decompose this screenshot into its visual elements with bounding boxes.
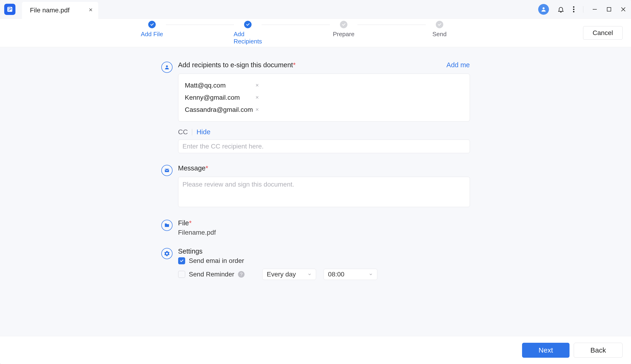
file-title-text: File [178, 219, 189, 227]
check-icon [438, 22, 442, 26]
cc-hide-link[interactable]: Hide [196, 128, 211, 136]
remove-recipient-button[interactable] [255, 106, 259, 113]
svg-rect-5 [607, 8, 611, 11]
recipient-row: Matt@qq.com [185, 80, 463, 92]
cc-row: CC Hide [178, 128, 470, 136]
account-avatar-button[interactable] [538, 4, 549, 15]
more-menu-button[interactable] [573, 6, 575, 13]
recipient-row: Cassandra@gmail.com [185, 104, 463, 116]
recipients-title: Add recipients to e-sign this document* [178, 61, 296, 69]
app-window: File name.pdf [0, 0, 631, 364]
add-me-link[interactable]: Add me [447, 61, 470, 69]
notifications-button[interactable] [557, 6, 564, 13]
settings-section-icon [161, 248, 172, 259]
recipients-section-icon [161, 62, 172, 73]
reminder-time-select[interactable]: 08:00 [324, 269, 377, 280]
close-icon [620, 6, 626, 12]
cc-input[interactable] [178, 140, 470, 153]
message-textarea[interactable] [178, 177, 470, 207]
window-maximize-button[interactable] [606, 6, 612, 12]
step-connector [262, 24, 330, 25]
required-asterisk: * [293, 61, 296, 69]
cancel-button[interactable]: Cancel [583, 26, 622, 40]
app-logo[interactable] [4, 4, 16, 15]
person-icon [541, 6, 547, 12]
stepper-bar: Add File Add Recipients Prepare [0, 19, 631, 47]
message-section: Message* [161, 164, 470, 208]
person-icon [164, 64, 170, 70]
remove-recipient-button[interactable] [255, 94, 259, 101]
folder-icon [164, 222, 170, 228]
check-icon [342, 22, 346, 26]
step-prepare[interactable]: Prepare [330, 21, 358, 38]
chevron-down-icon [307, 270, 312, 278]
svg-point-6 [166, 66, 168, 67]
recipient-email: Matt@qq.com [185, 82, 255, 89]
step-add-file[interactable]: Add File [138, 21, 166, 38]
check-icon [246, 22, 250, 26]
settings-title: Settings [178, 248, 470, 255]
window-close-button[interactable] [620, 6, 626, 12]
maximize-icon [606, 6, 612, 12]
check-icon [150, 22, 154, 26]
step-send-label: Send [433, 30, 447, 38]
chevron-down-icon [369, 270, 373, 278]
envelope-icon [164, 168, 170, 173]
kebab-icon [573, 6, 575, 13]
app-logo-icon [7, 6, 13, 12]
send-reminder-help-icon[interactable]: ? [238, 271, 245, 278]
recipients-title-text: Add recipients to e-sign this document [178, 61, 293, 69]
remove-recipient-button[interactable] [255, 82, 259, 89]
x-icon [255, 108, 259, 112]
file-title: File* [178, 219, 470, 227]
send-in-order-checkbox[interactable] [178, 257, 185, 264]
settings-section: Settings Send emai in order Send Reminde… [161, 248, 470, 280]
message-title-text: Message [178, 164, 206, 172]
bell-icon [557, 6, 564, 13]
svg-point-2 [573, 6, 574, 8]
gear-icon [164, 251, 170, 256]
file-section-icon [161, 220, 172, 231]
document-tab[interactable]: File name.pdf [22, 2, 98, 19]
send-in-order-label: Send emai in order [189, 257, 244, 264]
minimize-icon [592, 6, 598, 12]
step-add-recipients-label: Add Recipients [234, 30, 262, 45]
recipients-section: Add recipients to e-sign this document* … [161, 61, 470, 153]
send-reminder-checkbox[interactable] [178, 271, 185, 278]
step-add-recipients[interactable]: Add Recipients [234, 21, 262, 45]
tab-close-icon[interactable] [88, 7, 93, 14]
recipients-box: Matt@qq.com Kenny@gmail.com [178, 74, 470, 122]
required-asterisk: * [189, 219, 191, 227]
window-minimize-button[interactable] [592, 6, 598, 12]
reminder-frequency-select[interactable]: Every day [262, 269, 316, 280]
setting-send-in-order: Send emai in order [178, 257, 470, 264]
step-send-circle [436, 21, 443, 28]
message-title: Message* [178, 164, 208, 172]
cc-divider [192, 129, 192, 136]
required-asterisk: * [205, 164, 208, 172]
reminder-frequency-value: Every day [267, 270, 296, 278]
title-bar-actions [538, 4, 626, 15]
reminder-time-value: 08:00 [328, 270, 344, 278]
footer-bar: Next Back [0, 336, 631, 364]
tab-filename: File name.pdf [30, 6, 70, 14]
message-section-icon [161, 165, 172, 176]
cc-label: CC [178, 128, 188, 136]
step-add-file-label: Add File [141, 30, 163, 38]
x-icon [255, 83, 259, 87]
svg-point-3 [573, 9, 574, 10]
setting-send-reminder: Send Reminder ? Every day 08:00 [178, 269, 470, 280]
back-button[interactable]: Back [574, 343, 622, 358]
step-connector [358, 24, 426, 25]
step-send[interactable]: Send [426, 21, 454, 38]
send-reminder-label: Send Reminder [189, 270, 235, 278]
step-prepare-label: Prepare [333, 30, 355, 38]
x-icon [255, 95, 259, 100]
step-add-recipients-circle [244, 21, 252, 28]
svg-point-4 [573, 11, 574, 12]
file-section: File* Filename.pdf [161, 219, 470, 236]
attached-file-name: Filename.pdf [178, 229, 470, 236]
next-button[interactable]: Next [522, 343, 570, 358]
recipient-row: Kenny@gmail.com [185, 92, 463, 104]
form-content: Add recipients to e-sign this document* … [0, 47, 631, 336]
